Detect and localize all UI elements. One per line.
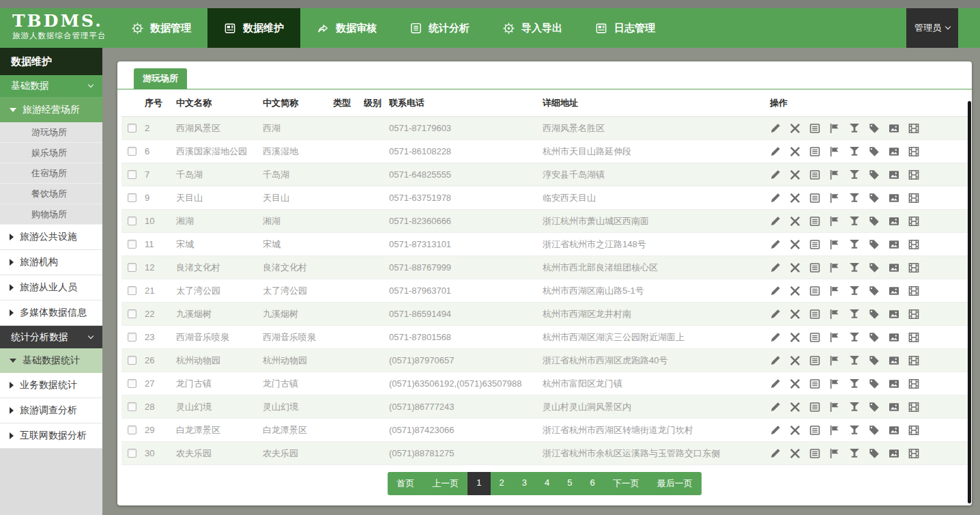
detail-icon[interactable]	[809, 216, 820, 227]
video-film-icon[interactable]	[908, 448, 919, 459]
flag-icon[interactable]	[829, 332, 840, 343]
delete-icon[interactable]	[790, 239, 801, 250]
row-checkbox[interactable]	[128, 170, 136, 179]
flag-icon[interactable]	[829, 193, 840, 204]
edit-icon[interactable]	[770, 355, 781, 366]
edit-icon[interactable]	[770, 332, 781, 343]
image-icon[interactable]	[889, 123, 899, 134]
flag-icon[interactable]	[829, 286, 840, 296]
filter-glass-icon[interactable]	[849, 378, 860, 389]
delete-icon[interactable]	[790, 193, 801, 204]
detail-icon[interactable]	[809, 332, 820, 343]
flag-icon[interactable]	[829, 378, 840, 389]
tag-icon[interactable]	[869, 216, 880, 227]
tag-icon[interactable]	[869, 239, 880, 250]
nav-log-management[interactable]: 日志管理	[579, 8, 672, 48]
edit-icon[interactable]	[770, 239, 781, 250]
filter-glass-icon[interactable]	[849, 402, 860, 413]
video-film-icon[interactable]	[908, 286, 919, 296]
filter-glass-icon[interactable]	[849, 309, 860, 320]
tag-icon[interactable]	[869, 309, 880, 320]
sidebar-item-basic-data-statistics[interactable]: 基础数据统计	[0, 348, 102, 373]
flag-icon[interactable]	[829, 402, 840, 413]
nav-data-review[interactable]: 数据审核	[300, 8, 393, 48]
flag-icon[interactable]	[829, 448, 840, 459]
delete-icon[interactable]	[790, 123, 801, 134]
image-icon[interactable]	[889, 309, 899, 320]
pagination-page-4[interactable]: 4	[536, 472, 558, 495]
row-checkbox[interactable]	[128, 217, 136, 225]
row-checkbox[interactable]	[128, 333, 136, 342]
sidebar-item-business-data-statistics[interactable]: 业务数据统计	[0, 373, 102, 398]
row-checkbox[interactable]	[128, 309, 136, 318]
delete-icon[interactable]	[790, 146, 801, 157]
image-icon[interactable]	[889, 402, 899, 413]
nav-statistics[interactable]: 统计分析	[393, 8, 486, 48]
edit-icon[interactable]	[770, 216, 781, 227]
detail-icon[interactable]	[809, 402, 820, 413]
edit-icon[interactable]	[770, 425, 781, 436]
tab-play-places[interactable]: 游玩场所	[134, 68, 187, 89]
delete-icon[interactable]	[790, 448, 801, 459]
pagination-page-5[interactable]: 5	[558, 472, 581, 495]
row-checkbox[interactable]	[128, 193, 136, 202]
filter-glass-icon[interactable]	[849, 169, 860, 180]
detail-icon[interactable]	[809, 425, 820, 436]
pagination-page-1[interactable]: 1	[467, 472, 490, 495]
pagination-page-2[interactable]: 2	[491, 472, 513, 495]
flag-icon[interactable]	[829, 262, 840, 273]
sidebar-subitem-dining-places[interactable]: 餐饮场所	[0, 184, 102, 204]
edit-icon[interactable]	[770, 402, 781, 413]
video-film-icon[interactable]	[908, 169, 919, 180]
filter-glass-icon[interactable]	[849, 355, 860, 366]
video-film-icon[interactable]	[908, 425, 919, 436]
filter-glass-icon[interactable]	[849, 286, 860, 296]
image-icon[interactable]	[889, 378, 899, 389]
video-film-icon[interactable]	[908, 332, 919, 343]
sidebar-item-tourism-employees[interactable]: 旅游从业人员	[0, 275, 102, 301]
row-checkbox[interactable]	[128, 426, 136, 434]
nav-data-maintenance[interactable]: 数据维护	[207, 8, 300, 48]
flag-icon[interactable]	[829, 169, 840, 180]
filter-glass-icon[interactable]	[849, 216, 860, 227]
tag-icon[interactable]	[869, 448, 880, 459]
video-film-icon[interactable]	[908, 193, 919, 204]
row-checkbox[interactable]	[128, 286, 136, 295]
pagination-last[interactable]: 最后一页	[648, 472, 702, 495]
delete-icon[interactable]	[790, 425, 801, 436]
video-film-icon[interactable]	[908, 378, 919, 389]
sidebar-subitem-play-places[interactable]: 游玩场所	[0, 122, 102, 143]
vertical-scrollbar[interactable]	[968, 101, 971, 503]
pagination-page-3[interactable]: 3	[513, 472, 536, 495]
row-checkbox[interactable]	[128, 356, 136, 365]
sidebar-item-multimedia-data[interactable]: 多媒体数据信息	[0, 301, 102, 326]
image-icon[interactable]	[889, 262, 899, 273]
image-icon[interactable]	[889, 355, 899, 366]
sidebar-item-public-facilities[interactable]: 旅游公共设施	[0, 225, 102, 250]
filter-glass-icon[interactable]	[849, 262, 860, 273]
delete-icon[interactable]	[790, 216, 801, 227]
sidebar-group-statistics-data[interactable]: 统计分析数据	[0, 326, 102, 348]
image-icon[interactable]	[889, 332, 899, 343]
image-icon[interactable]	[889, 146, 899, 157]
detail-icon[interactable]	[809, 378, 820, 389]
flag-icon[interactable]	[829, 239, 840, 250]
filter-glass-icon[interactable]	[849, 146, 860, 157]
delete-icon[interactable]	[790, 332, 801, 343]
detail-icon[interactable]	[809, 448, 820, 459]
delete-icon[interactable]	[790, 169, 801, 180]
video-film-icon[interactable]	[908, 355, 919, 366]
flag-icon[interactable]	[829, 355, 840, 366]
sidebar-subitem-entertainment-places[interactable]: 娱乐场所	[0, 143, 102, 163]
detail-icon[interactable]	[809, 169, 820, 180]
row-checkbox[interactable]	[128, 147, 136, 156]
tag-icon[interactable]	[869, 169, 880, 180]
edit-icon[interactable]	[770, 448, 781, 459]
detail-icon[interactable]	[809, 146, 820, 157]
row-checkbox[interactable]	[128, 263, 136, 272]
tag-icon[interactable]	[869, 262, 880, 273]
delete-icon[interactable]	[790, 355, 801, 366]
video-film-icon[interactable]	[908, 146, 919, 157]
detail-icon[interactable]	[809, 355, 820, 366]
filter-glass-icon[interactable]	[849, 425, 860, 436]
